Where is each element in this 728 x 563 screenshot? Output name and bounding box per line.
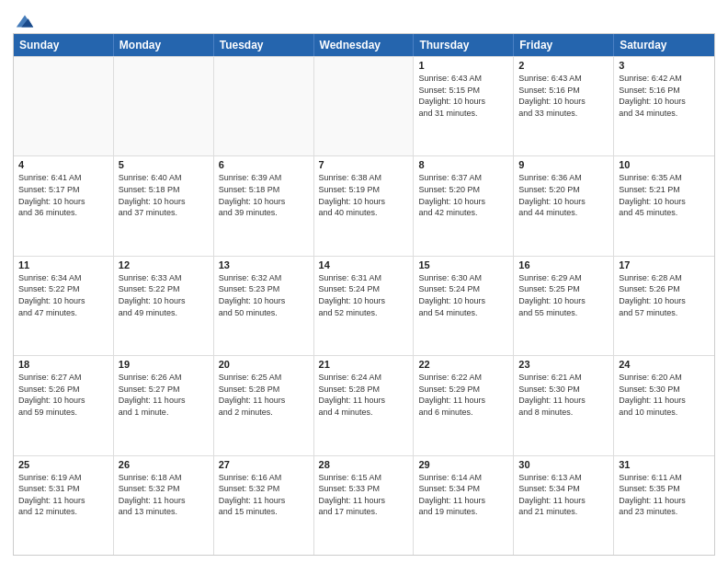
calendar: SundayMondayTuesdayWednesdayThursdayFrid…: [13, 33, 715, 556]
day-info: Sunrise: 6:15 AM Sunset: 5:33 PM Dayligh…: [319, 472, 409, 518]
day-number: 8: [418, 159, 508, 170]
day-info: Sunrise: 6:30 AM Sunset: 5:24 PM Dayligh…: [418, 272, 508, 318]
day-number: 30: [518, 459, 609, 470]
day-number: 24: [619, 359, 710, 370]
day-info: Sunrise: 6:35 AM Sunset: 5:21 PM Dayligh…: [619, 172, 710, 218]
day-info: Sunrise: 6:25 AM Sunset: 5:28 PM Dayligh…: [219, 372, 309, 418]
day-number: 10: [619, 159, 710, 170]
day-cell: 21Sunrise: 6:24 AM Sunset: 5:28 PM Dayli…: [314, 356, 415, 454]
day-info: Sunrise: 6:16 AM Sunset: 5:32 PM Dayligh…: [219, 472, 309, 518]
day-number: 15: [418, 259, 508, 270]
day-info: Sunrise: 6:22 AM Sunset: 5:29 PM Dayligh…: [418, 372, 508, 418]
day-number: 9: [518, 159, 609, 170]
day-cell: 6Sunrise: 6:39 AM Sunset: 5:18 PM Daylig…: [214, 156, 314, 255]
day-cell: 16Sunrise: 6:29 AM Sunset: 5:25 PM Dayli…: [514, 257, 614, 355]
day-info: Sunrise: 6:33 AM Sunset: 5:22 PM Dayligh…: [119, 272, 209, 318]
day-info: Sunrise: 6:14 AM Sunset: 5:34 PM Dayligh…: [418, 472, 508, 518]
day-info: Sunrise: 6:39 AM Sunset: 5:18 PM Dayligh…: [219, 172, 309, 218]
header: [13, 9, 715, 29]
week-row: 25Sunrise: 6:19 AM Sunset: 5:31 PM Dayli…: [14, 455, 714, 555]
day-header: Thursday: [414, 34, 514, 56]
day-info: Sunrise: 6:13 AM Sunset: 5:34 PM Dayligh…: [518, 472, 609, 518]
day-cell: 15Sunrise: 6:30 AM Sunset: 5:24 PM Dayli…: [414, 257, 514, 355]
day-cell: 8Sunrise: 6:37 AM Sunset: 5:20 PM Daylig…: [414, 156, 514, 255]
logo-text: [13, 13, 35, 29]
day-cell: 30Sunrise: 6:13 AM Sunset: 5:34 PM Dayli…: [514, 456, 614, 555]
day-cell: 24Sunrise: 6:20 AM Sunset: 5:30 PM Dayli…: [614, 356, 714, 454]
day-info: Sunrise: 6:34 AM Sunset: 5:22 PM Dayligh…: [18, 272, 108, 318]
day-number: 2: [518, 60, 609, 71]
day-cell: 19Sunrise: 6:26 AM Sunset: 5:27 PM Dayli…: [114, 356, 214, 454]
day-cell: [14, 57, 114, 155]
logo-icon: [15, 11, 35, 31]
day-info: Sunrise: 6:43 AM Sunset: 5:15 PM Dayligh…: [418, 73, 508, 119]
day-number: 3: [619, 60, 710, 71]
day-number: 22: [418, 359, 508, 370]
day-number: 27: [219, 459, 309, 470]
day-info: Sunrise: 6:41 AM Sunset: 5:17 PM Dayligh…: [18, 172, 108, 218]
day-number: 25: [18, 459, 108, 470]
day-cell: 17Sunrise: 6:28 AM Sunset: 5:26 PM Dayli…: [614, 257, 714, 355]
day-cell: 9Sunrise: 6:36 AM Sunset: 5:20 PM Daylig…: [514, 156, 614, 255]
day-number: 14: [319, 259, 409, 270]
day-info: Sunrise: 6:19 AM Sunset: 5:31 PM Dayligh…: [18, 472, 108, 518]
day-cell: 25Sunrise: 6:19 AM Sunset: 5:31 PM Dayli…: [14, 456, 114, 555]
day-header: Sunday: [14, 34, 114, 56]
day-cell: 12Sunrise: 6:33 AM Sunset: 5:22 PM Dayli…: [114, 257, 214, 355]
day-number: 5: [119, 159, 209, 170]
day-number: 4: [18, 159, 108, 170]
page: SundayMondayTuesdayWednesdayThursdayFrid…: [0, 0, 728, 563]
day-cell: 23Sunrise: 6:21 AM Sunset: 5:30 PM Dayli…: [514, 356, 614, 454]
day-info: Sunrise: 6:43 AM Sunset: 5:16 PM Dayligh…: [518, 73, 609, 119]
weeks: 1Sunrise: 6:43 AM Sunset: 5:15 PM Daylig…: [14, 56, 714, 555]
day-cell: 5Sunrise: 6:40 AM Sunset: 5:18 PM Daylig…: [114, 156, 214, 255]
day-header: Tuesday: [214, 34, 314, 56]
day-info: Sunrise: 6:26 AM Sunset: 5:27 PM Dayligh…: [119, 372, 209, 418]
day-info: Sunrise: 6:29 AM Sunset: 5:25 PM Dayligh…: [518, 272, 609, 318]
day-number: 18: [18, 359, 108, 370]
day-number: 31: [619, 459, 710, 470]
day-number: 6: [219, 159, 309, 170]
day-number: 28: [319, 459, 409, 470]
day-number: 19: [119, 359, 209, 370]
day-info: Sunrise: 6:42 AM Sunset: 5:16 PM Dayligh…: [619, 73, 710, 119]
day-cell: [114, 57, 214, 155]
day-header: Wednesday: [314, 34, 415, 56]
week-row: 11Sunrise: 6:34 AM Sunset: 5:22 PM Dayli…: [14, 256, 714, 355]
day-header: Monday: [114, 34, 214, 56]
day-cell: 29Sunrise: 6:14 AM Sunset: 5:34 PM Dayli…: [414, 456, 514, 555]
day-cell: 13Sunrise: 6:32 AM Sunset: 5:23 PM Dayli…: [214, 257, 314, 355]
day-number: 20: [219, 359, 309, 370]
day-info: Sunrise: 6:28 AM Sunset: 5:26 PM Dayligh…: [619, 272, 710, 318]
day-number: 29: [418, 459, 508, 470]
day-info: Sunrise: 6:31 AM Sunset: 5:24 PM Dayligh…: [319, 272, 409, 318]
day-info: Sunrise: 6:24 AM Sunset: 5:28 PM Dayligh…: [319, 372, 409, 418]
day-info: Sunrise: 6:18 AM Sunset: 5:32 PM Dayligh…: [119, 472, 209, 518]
day-number: 1: [418, 60, 508, 71]
day-number: 23: [518, 359, 609, 370]
day-info: Sunrise: 6:37 AM Sunset: 5:20 PM Dayligh…: [418, 172, 508, 218]
day-cell: 27Sunrise: 6:16 AM Sunset: 5:32 PM Dayli…: [214, 456, 314, 555]
week-row: 1Sunrise: 6:43 AM Sunset: 5:15 PM Daylig…: [14, 56, 714, 155]
day-info: Sunrise: 6:21 AM Sunset: 5:30 PM Dayligh…: [518, 372, 609, 418]
day-number: 16: [518, 259, 609, 270]
day-cell: 28Sunrise: 6:15 AM Sunset: 5:33 PM Dayli…: [314, 456, 415, 555]
day-cell: 20Sunrise: 6:25 AM Sunset: 5:28 PM Dayli…: [214, 356, 314, 454]
day-cell: 3Sunrise: 6:42 AM Sunset: 5:16 PM Daylig…: [614, 57, 714, 155]
day-number: 17: [619, 259, 710, 270]
day-header: Friday: [514, 34, 614, 56]
day-cell: 2Sunrise: 6:43 AM Sunset: 5:16 PM Daylig…: [514, 57, 614, 155]
day-header: Saturday: [614, 34, 714, 56]
day-info: Sunrise: 6:40 AM Sunset: 5:18 PM Dayligh…: [119, 172, 209, 218]
day-cell: 18Sunrise: 6:27 AM Sunset: 5:26 PM Dayli…: [14, 356, 114, 454]
day-cell: 14Sunrise: 6:31 AM Sunset: 5:24 PM Dayli…: [314, 257, 415, 355]
day-headers: SundayMondayTuesdayWednesdayThursdayFrid…: [14, 34, 714, 56]
day-number: 7: [319, 159, 409, 170]
logo: [13, 13, 35, 29]
day-info: Sunrise: 6:32 AM Sunset: 5:23 PM Dayligh…: [219, 272, 309, 318]
day-cell: [314, 57, 415, 155]
day-number: 12: [119, 259, 209, 270]
day-cell: 11Sunrise: 6:34 AM Sunset: 5:22 PM Dayli…: [14, 257, 114, 355]
week-row: 18Sunrise: 6:27 AM Sunset: 5:26 PM Dayli…: [14, 355, 714, 454]
day-info: Sunrise: 6:38 AM Sunset: 5:19 PM Dayligh…: [319, 172, 409, 218]
